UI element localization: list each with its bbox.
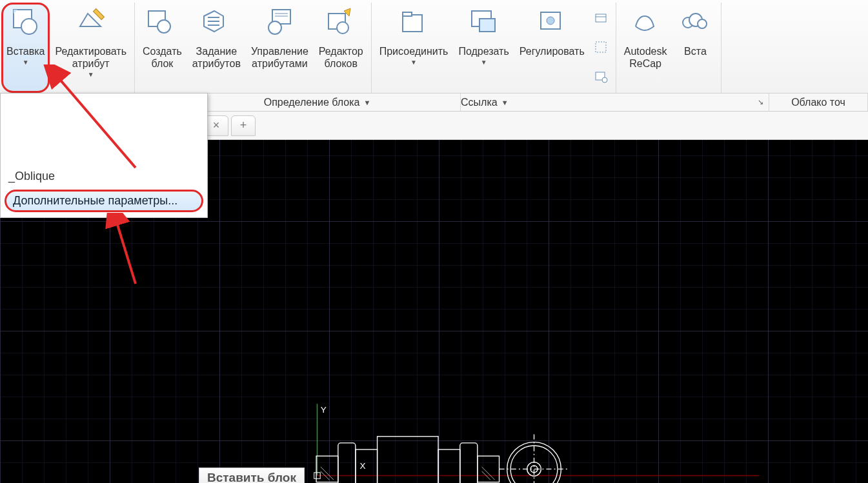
dropdown-item-label: _Oblique (8, 170, 55, 182)
svg-rect-15 (403, 15, 422, 32)
recap-icon (627, 5, 663, 41)
cloud-icon (677, 5, 713, 41)
dropdown-preview-area (1, 94, 207, 166)
frames-button[interactable] (592, 39, 611, 57)
close-icon: × (213, 119, 220, 132)
x-axis-label: X (360, 461, 366, 471)
manage-attrs-label: Управление атрибутами (251, 45, 308, 70)
dialog-launcher-icon[interactable]: ↘ (758, 98, 763, 106)
panel-point-cloud-label: Облако точ (791, 97, 845, 108)
insert-cloud-button[interactable]: Вста (672, 3, 718, 93)
ribbon-group-reference: Присоединить ▼ Подрезать ▼ Регулировать (372, 3, 616, 93)
ribbon-bar: Вставка ▼ Редактировать атрибут ▼ Создат (0, 0, 868, 94)
svg-rect-37 (460, 443, 478, 483)
create-block-button[interactable]: Создать блок (137, 3, 187, 93)
chevron-down-icon: ▼ (410, 59, 417, 66)
underlay-layers-button[interactable] (592, 10, 611, 28)
edit-attribute-label: Редактировать атрибут (55, 45, 126, 70)
edit-attribute-button[interactable]: Редактировать атрибут ▼ (50, 3, 132, 93)
insert-label: Вставка (6, 45, 45, 57)
svg-rect-3 (93, 9, 104, 20)
tooltip: Вставить блок (199, 468, 305, 483)
set-attrs-label: Задание атрибутов (192, 45, 241, 70)
document-tabstrip: × + (199, 112, 868, 140)
chevron-down-icon: ▼ (481, 59, 487, 66)
reference-small-buttons (590, 3, 613, 93)
insert-block-icon (8, 5, 44, 41)
svg-rect-23 (596, 42, 606, 52)
attach-label: Присоединить (379, 45, 449, 57)
svg-point-20 (547, 17, 554, 25)
edit-attribute-icon (73, 5, 109, 41)
panel-reference[interactable]: Ссылка ▼ ↘ (461, 94, 769, 111)
clip-button[interactable]: Подрезать ▼ (453, 3, 514, 93)
block-editor-button[interactable]: Редактор блоков (314, 3, 368, 93)
attribute-tag-icon (198, 5, 234, 41)
tooltip-text: Вставить блок (207, 471, 296, 483)
chevron-down-icon: ▼ (88, 71, 94, 78)
svg-point-14 (337, 22, 348, 34)
ribbon-group-block: Вставка ▼ Редактировать атрибут ▼ (0, 3, 135, 93)
block-editor-label: Редактор блоков (319, 45, 363, 70)
create-block-icon (144, 5, 180, 41)
ribbon-group-point-cloud: Autodesk ReCap Вста (616, 3, 722, 93)
svg-rect-34 (356, 449, 378, 483)
panel-block-def-label: Определение блока (264, 97, 360, 108)
block-editor-icon (323, 5, 359, 41)
adjust-label: Регулировать (520, 45, 585, 57)
model-view[interactable]: Y X (199, 251, 868, 483)
adjust-icon (534, 5, 570, 41)
insert-button[interactable]: Вставка ▼ (1, 3, 50, 93)
recap-label: Autodesk ReCap (624, 45, 667, 70)
new-tab-button[interactable]: + (231, 115, 256, 136)
svg-point-12 (268, 21, 281, 34)
insert-dropdown: _Oblique Дополнительные параметры... (0, 93, 208, 218)
create-block-label: Создать блок (143, 45, 182, 70)
clip-label: Подрезать (458, 45, 509, 57)
panel-reference-label: Ссылка (461, 97, 498, 108)
y-axis-label: Y (321, 405, 327, 415)
svg-rect-21 (596, 14, 606, 22)
clip-icon (466, 5, 502, 41)
svg-rect-32 (316, 456, 338, 482)
chevron-down-icon: ▼ (363, 99, 370, 106)
adjust-button[interactable]: Регулировать (514, 3, 590, 93)
panel-block-def[interactable]: Определение блока ▼ (174, 94, 461, 111)
svg-rect-36 (438, 449, 460, 483)
attach-button[interactable]: Присоединить ▼ (374, 3, 454, 93)
dropdown-item-more-params[interactable]: Дополнительные параметры... (5, 190, 203, 212)
svg-rect-16 (403, 12, 412, 16)
manage-attrs-icon (261, 5, 298, 41)
attach-icon (396, 5, 432, 41)
plus-icon: + (240, 119, 247, 132)
ribbon-group-block-def: Создать блок Задание атрибутов (135, 3, 372, 93)
dropdown-item-label: Дополнительные параметры... (13, 194, 177, 207)
svg-point-25 (602, 77, 607, 83)
recap-button[interactable]: Autodesk ReCap (619, 3, 672, 93)
svg-rect-18 (479, 19, 495, 32)
svg-rect-38 (478, 456, 500, 482)
drawing-svg: Y X (199, 251, 868, 483)
svg-rect-33 (338, 443, 356, 483)
chevron-down-icon: ▼ (501, 99, 509, 106)
insert-cloud-label: Вста (684, 45, 707, 57)
svg-point-5 (157, 20, 170, 33)
svg-point-2 (21, 19, 37, 34)
panel-point-cloud[interactable]: Облако точ (769, 94, 868, 111)
dropdown-item-oblique[interactable]: _Oblique (1, 166, 207, 187)
snap-ref-button[interactable] (592, 68, 611, 86)
set-attrs-button[interactable]: Задание атрибутов (187, 3, 246, 93)
manage-attrs-button[interactable]: Управление атрибутами (246, 3, 314, 93)
chevron-down-icon: ▼ (23, 59, 29, 66)
svg-point-28 (698, 19, 707, 28)
